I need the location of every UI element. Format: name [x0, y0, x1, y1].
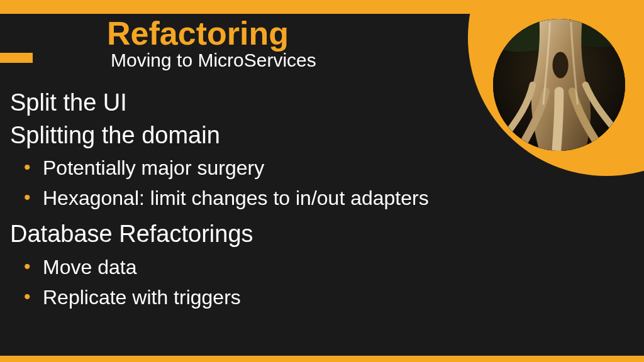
bullet-item: Move data	[18, 252, 631, 282]
bullet-list: Potentially major surgery Hexagonal: lim…	[18, 153, 631, 213]
svg-point-3	[553, 52, 569, 79]
section-heading: Splitting the domain	[10, 121, 631, 151]
left-accent-bar	[0, 53, 33, 63]
slide-header: Refactoring Moving to MicroServices	[107, 16, 316, 71]
bullet-item: Potentially major surgery	[18, 153, 631, 183]
section-heading: Split the UI	[10, 88, 631, 118]
bullet-item: Hexagonal: limit changes to in/out adapt…	[18, 183, 631, 213]
bullet-item: Replicate with triggers	[18, 282, 631, 312]
slide-content: Split the UI Splitting the domain Potent…	[10, 88, 631, 319]
slide-subtitle: Moving to MicroServices	[111, 50, 316, 71]
section-heading: Database Refactorings	[10, 219, 631, 250]
bullet-list: Move data Replicate with triggers	[18, 252, 631, 312]
slide-title: Refactoring	[107, 16, 316, 51]
bottom-accent-strip	[0, 356, 644, 362]
